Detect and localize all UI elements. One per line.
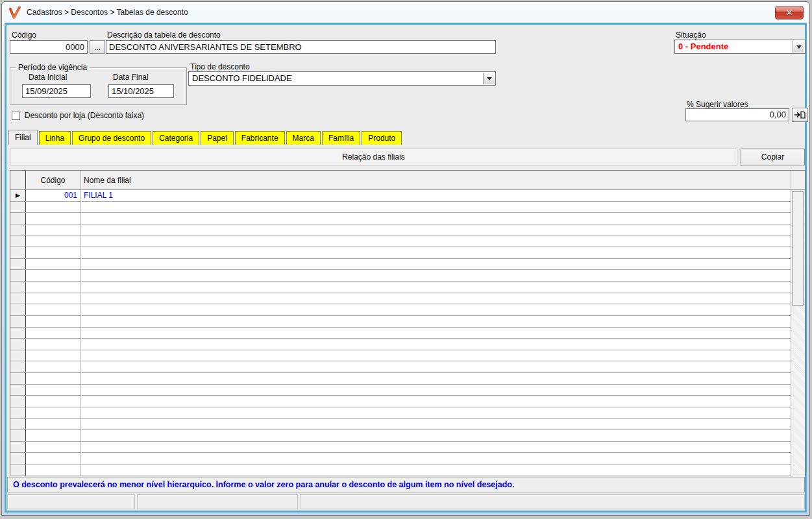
cell-nome-da-filial[interactable] — [80, 224, 791, 235]
cell-codigo[interactable] — [26, 385, 80, 396]
cell-codigo[interactable] — [26, 453, 80, 464]
row-selector-cell[interactable] — [10, 316, 26, 327]
table-row[interactable] — [10, 453, 791, 465]
row-selector-cell[interactable] — [10, 202, 26, 213]
tab-grupo-de-desconto[interactable]: Grupo de desconto — [72, 131, 151, 145]
table-row[interactable] — [10, 202, 791, 213]
table-row[interactable] — [10, 259, 791, 271]
cell-nome-da-filial[interactable] — [80, 385, 791, 396]
cell-codigo[interactable] — [26, 247, 80, 258]
tab-produto[interactable]: Produto — [362, 131, 402, 145]
row-indicator-icon[interactable]: ▶ — [10, 190, 26, 201]
table-row[interactable] — [10, 442, 791, 453]
cell-codigo[interactable] — [26, 407, 80, 418]
copy-button[interactable]: Copiar — [741, 149, 805, 165]
cell-codigo[interactable] — [26, 430, 80, 441]
cell-codigo[interactable] — [26, 442, 80, 453]
cell-nome-da-filial[interactable] — [80, 293, 791, 304]
row-selector-cell[interactable] — [10, 339, 26, 350]
cell-codigo[interactable] — [26, 373, 80, 384]
row-selector-cell[interactable] — [10, 373, 26, 384]
row-selector-cell[interactable] — [10, 430, 26, 441]
table-row[interactable] — [10, 328, 791, 339]
cell-codigo[interactable] — [26, 282, 80, 293]
table-row[interactable] — [10, 293, 791, 305]
dropdown-arrow-icon[interactable] — [483, 73, 495, 84]
cell-nome-da-filial[interactable] — [80, 304, 791, 315]
table-row[interactable] — [10, 407, 791, 419]
data-inicial-field[interactable]: 15/09/2025 — [22, 84, 91, 98]
cell-nome-da-filial[interactable] — [80, 202, 791, 213]
tab-fabricante[interactable]: Fabricante — [235, 131, 285, 145]
row-selector-cell[interactable] — [10, 282, 26, 293]
row-selector-cell[interactable] — [10, 396, 26, 407]
row-selector-cell[interactable] — [10, 236, 26, 247]
desconto-por-loja-checkbox[interactable] — [12, 112, 20, 120]
row-selector-cell[interactable] — [10, 465, 26, 476]
row-selector-cell[interactable] — [10, 453, 26, 464]
tab-marca[interactable]: Marca — [286, 131, 321, 145]
tab-categoria[interactable]: Categoria — [153, 131, 199, 145]
cell-nome-da-filial[interactable] — [80, 247, 791, 258]
cell-codigo[interactable] — [26, 304, 80, 315]
cell-nome-da-filial[interactable] — [80, 328, 791, 339]
cell-codigo[interactable] — [26, 259, 80, 270]
table-row[interactable] — [10, 339, 791, 350]
cell-codigo[interactable] — [26, 213, 80, 224]
table-row[interactable] — [10, 373, 791, 385]
row-selector-cell[interactable] — [10, 328, 26, 339]
cell-codigo[interactable] — [26, 236, 80, 247]
table-row[interactable] — [10, 224, 791, 236]
cell-codigo[interactable]: 001 — [26, 190, 80, 201]
table-row[interactable] — [10, 247, 791, 259]
tab-familia[interactable]: Família — [322, 131, 360, 145]
cell-codigo[interactable] — [26, 293, 80, 304]
cell-codigo[interactable] — [26, 350, 80, 361]
row-selector-cell[interactable] — [10, 293, 26, 304]
table-row[interactable] — [10, 396, 791, 407]
table-row[interactable] — [10, 465, 791, 476]
row-selector-cell[interactable] — [10, 213, 26, 224]
table-row[interactable] — [10, 304, 791, 316]
table-row[interactable]: ▶001FILIAL 1 — [10, 190, 791, 202]
cell-codigo[interactable] — [26, 224, 80, 235]
tab-linha[interactable]: Linha — [39, 131, 71, 145]
tab-filial[interactable]: Filial — [8, 130, 38, 145]
cell-nome-da-filial[interactable] — [80, 407, 791, 418]
cell-codigo[interactable] — [26, 328, 80, 339]
cell-codigo[interactable] — [26, 465, 80, 476]
scrollbar-thumb[interactable] — [792, 191, 804, 306]
cell-nome-da-filial[interactable] — [80, 373, 791, 384]
row-selector-cell[interactable] — [10, 247, 26, 258]
row-selector-cell[interactable] — [10, 259, 26, 270]
cell-nome-da-filial[interactable] — [80, 419, 791, 430]
cell-nome-da-filial[interactable] — [80, 361, 791, 372]
sugerir-field[interactable]: 0,00 — [685, 108, 789, 121]
cell-codigo[interactable] — [26, 316, 80, 327]
dropdown-arrow-icon[interactable] — [793, 41, 804, 53]
table-row[interactable] — [10, 385, 791, 396]
row-selector-cell[interactable] — [10, 304, 26, 315]
table-row[interactable] — [10, 361, 791, 373]
close-button[interactable]: ✕ — [775, 6, 804, 19]
browse-button[interactable]: ... — [90, 40, 105, 54]
cell-codigo[interactable] — [26, 361, 80, 372]
cell-nome-da-filial[interactable] — [80, 259, 791, 270]
cell-nome-da-filial[interactable] — [80, 339, 791, 350]
row-selector-cell[interactable] — [10, 419, 26, 430]
cell-codigo[interactable] — [26, 270, 80, 281]
cell-nome-da-filial[interactable] — [80, 282, 791, 293]
tipo-desconto-combobox[interactable]: DESCONTO FIDELIDADE — [188, 71, 496, 86]
table-row[interactable] — [10, 350, 791, 362]
situacao-combobox[interactable]: 0 - Pendente — [674, 40, 806, 54]
row-selector-cell[interactable] — [10, 350, 26, 361]
row-selector-cell[interactable] — [10, 407, 26, 418]
table-row[interactable] — [10, 282, 791, 293]
cell-nome-da-filial[interactable] — [80, 316, 791, 327]
codigo-field[interactable]: 0000 — [10, 40, 88, 54]
cell-nome-da-filial[interactable] — [80, 430, 791, 441]
data-final-field[interactable]: 15/10/2025 — [108, 84, 174, 98]
table-row[interactable] — [10, 236, 791, 248]
cell-nome-da-filial[interactable] — [80, 442, 791, 453]
cell-codigo[interactable] — [26, 396, 80, 407]
